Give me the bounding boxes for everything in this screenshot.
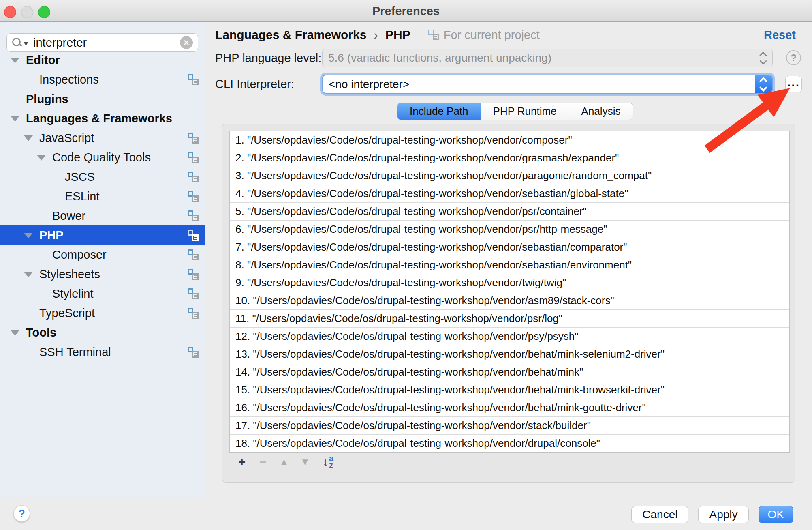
cli-interpreter-label: CLI Interpreter: <box>215 75 294 94</box>
sidebar-item-jscs[interactable]: JSCS <box>0 167 205 187</box>
dropdown-stepper-icon[interactable] <box>755 75 772 93</box>
sidebar-item-ssh-terminal[interactable]: SSH Terminal <box>0 342 205 362</box>
sidebar-item-label: JavaScript <box>39 131 94 145</box>
disclosure-triangle-icon[interactable] <box>24 233 33 238</box>
settings-page-icon <box>188 347 199 358</box>
sort-alphabetically-button[interactable]: ↓ a z <box>323 455 333 469</box>
include-path-row[interactable]: 2. "/Users/opdavies/Code/os/drupal-testi… <box>230 149 789 167</box>
disclosure-triangle-icon[interactable] <box>11 116 19 122</box>
include-path-row[interactable]: 7. "/Users/opdavies/Code/os/drupal-testi… <box>230 238 789 256</box>
sidebar-item-languages-frameworks[interactable]: Languages & Frameworks <box>0 109 205 128</box>
sidebar-item-label: ESLint <box>65 190 99 203</box>
include-path-panel: 1. "/Users/opdavies/Code/os/drupal-testi… <box>222 124 795 483</box>
sidebar-item-plugins[interactable]: Plugins <box>0 89 205 109</box>
scope-label: For current project <box>444 28 540 42</box>
include-path-row[interactable]: 1. "/Users/opdavies/Code/os/drupal-testi… <box>230 131 789 149</box>
include-path-row[interactable]: 3. "/Users/opdavies/Code/os/drupal-testi… <box>230 167 789 185</box>
sidebar-item-tools[interactable]: Tools <box>0 323 205 342</box>
include-path-row[interactable]: 12. "/Users/opdavies/Code/os/drupal-test… <box>230 328 789 345</box>
disclosure-triangle-icon[interactable] <box>24 135 33 141</box>
sidebar-item-eslint[interactable]: ESLint <box>0 187 205 206</box>
include-path-row[interactable]: 6. "/Users/opdavies/Code/os/drupal-testi… <box>230 221 789 238</box>
window-title: Preferences <box>0 0 812 22</box>
settings-page-icon <box>188 269 199 280</box>
sort-z-label: z <box>329 462 333 469</box>
sidebar-item-label: Stylelint <box>52 287 94 300</box>
include-path-row[interactable]: 11. "/Users/opdavies/Code/os/drupal-test… <box>230 310 789 328</box>
ok-button[interactable]: OK <box>759 506 793 523</box>
sidebar-item-stylelint[interactable]: Stylelint <box>0 284 205 303</box>
sidebar-item-label: Editor <box>26 54 60 67</box>
cli-interpreter-browse-button[interactable]: ... <box>785 76 802 92</box>
cancel-button[interactable]: Cancel <box>631 506 688 523</box>
apply-button[interactable]: Apply <box>698 506 748 523</box>
add-path-button[interactable]: + <box>236 453 248 471</box>
sidebar-item-code-quality-tools[interactable]: Code Quality Tools <box>0 148 205 167</box>
search-input[interactable] <box>32 36 180 50</box>
breadcrumb-page: PHP <box>385 28 410 42</box>
include-path-row[interactable]: 4. "/Users/opdavies/Code/os/drupal-testi… <box>230 185 789 203</box>
disclosure-triangle-icon[interactable] <box>11 330 19 336</box>
settings-page-icon <box>188 74 199 85</box>
sidebar-item-composer[interactable]: Composer <box>0 245 205 264</box>
scope-indicator: For current project <box>428 28 540 42</box>
tab-php-runtime[interactable]: PHP Runtime <box>481 103 569 120</box>
move-down-button[interactable]: ▼ <box>299 453 311 471</box>
breadcrumb: Languages & Frameworks › PHP For current… <box>215 25 540 45</box>
sidebar-item-label: Composer <box>52 248 107 262</box>
include-path-row[interactable]: 5. "/Users/opdavies/Code/os/drupal-testi… <box>230 203 789 221</box>
php-language-level-value: 5.6 (variadic functions, argument unpack… <box>328 51 761 64</box>
sidebar-item-label: PHP <box>39 229 64 242</box>
include-path-row[interactable]: 17. "/Users/opdavies/Code/os/drupal-test… <box>230 417 789 435</box>
include-path-row[interactable]: 13. "/Users/opdavies/Code/os/drupal-test… <box>230 345 789 363</box>
include-path-row[interactable]: 8. "/Users/opdavies/Code/os/drupal-testi… <box>230 256 789 274</box>
sidebar-item-bower[interactable]: Bower <box>0 206 205 225</box>
settings-page-icon <box>188 210 199 221</box>
sidebar-item-php[interactable]: PHP <box>0 225 205 245</box>
breadcrumb-separator-icon: › <box>374 28 378 43</box>
php-language-level-dropdown[interactable]: 5.6 (variadic functions, argument unpack… <box>322 49 773 67</box>
sidebar-item-editor[interactable]: Editor <box>0 50 205 70</box>
tab-include-path[interactable]: Include Path <box>397 103 481 120</box>
settings-tree: EditorInspectionsPluginsLanguages & Fram… <box>0 50 205 362</box>
sidebar-item-label: Languages & Frameworks <box>26 112 172 125</box>
php-language-level-help-button[interactable]: ? <box>786 50 801 65</box>
sidebar-item-typescript[interactable]: TypeScript <box>0 303 205 323</box>
settings-page-icon <box>188 249 199 260</box>
cli-interpreter-dropdown[interactable]: <no interpreter> <box>322 75 773 94</box>
settings-page-icon <box>188 288 199 299</box>
dropdown-stepper-icon[interactable] <box>761 53 766 64</box>
sidebar-item-label: Stylesheets <box>39 268 100 281</box>
help-button[interactable]: ? <box>13 505 30 522</box>
disclosure-triangle-icon[interactable] <box>37 155 46 161</box>
php-settings-tabs: Include PathPHP RuntimeAnalysis <box>397 103 633 120</box>
include-path-row[interactable]: 9. "/Users/opdavies/Code/os/drupal-testi… <box>230 274 789 292</box>
settings-search-box[interactable]: × <box>6 33 198 52</box>
disclosure-triangle-icon[interactable] <box>11 58 19 63</box>
sidebar-item-label: SSH Terminal <box>39 345 111 359</box>
settings-page-icon <box>188 172 199 182</box>
disclosure-triangle-icon[interactable] <box>24 272 33 277</box>
search-options-caret-icon[interactable] <box>24 42 28 45</box>
include-path-row[interactable]: 15. "/Users/opdavies/Code/os/drupal-test… <box>230 381 789 399</box>
remove-path-button[interactable]: − <box>257 453 269 471</box>
sidebar-item-inspections[interactable]: Inspections <box>0 70 205 89</box>
tab-analysis[interactable]: Analysis <box>569 103 633 120</box>
search-icon <box>12 37 22 48</box>
include-path-list[interactable]: 1. "/Users/opdavies/Code/os/drupal-testi… <box>229 131 790 453</box>
php-language-level-label: PHP language level: <box>215 49 321 67</box>
sidebar-item-label: Bower <box>52 209 85 223</box>
include-path-row[interactable]: 14. "/Users/opdavies/Code/os/drupal-test… <box>230 363 789 381</box>
clear-search-icon[interactable]: × <box>180 36 193 49</box>
include-path-row[interactable]: 10. "/Users/opdavies/Code/os/drupal-test… <box>230 292 789 310</box>
sidebar-item-label: Tools <box>26 326 56 339</box>
sort-arrow-icon: ↓ <box>323 455 329 469</box>
include-path-row[interactable]: 18. "/Users/opdavies/Code/os/drupal-test… <box>230 435 789 453</box>
reset-link[interactable]: Reset <box>764 28 796 42</box>
project-scope-icon <box>428 30 439 40</box>
sidebar-item-stylesheets[interactable]: Stylesheets <box>0 264 205 284</box>
include-path-row[interactable]: 16. "/Users/opdavies/Code/os/drupal-test… <box>230 399 789 417</box>
sidebar-item-javascript[interactable]: JavaScript <box>0 128 205 148</box>
move-up-button[interactable]: ▲ <box>278 453 290 471</box>
breadcrumb-section[interactable]: Languages & Frameworks <box>215 28 366 42</box>
